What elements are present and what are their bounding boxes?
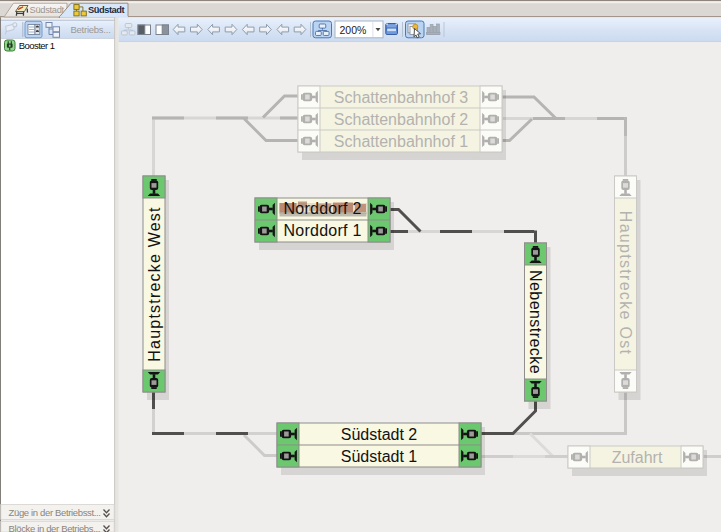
svg-text:Südstadt 1: Südstadt 1 xyxy=(341,448,418,465)
svg-text:Südstadt: Südstadt xyxy=(30,5,65,15)
svg-text:Nebenstrecke: Nebenstrecke xyxy=(527,270,544,374)
svg-text:Blöcke in der Betriebs...: Blöcke in der Betriebs... xyxy=(9,523,101,532)
svg-text:Südstadt 2: Südstadt 2 xyxy=(341,426,418,443)
svg-text:Südstadt: Südstadt xyxy=(88,5,125,15)
svg-text:Zufahrt: Zufahrt xyxy=(612,449,663,466)
svg-text:Hauptstrecke West: Hauptstrecke West xyxy=(146,206,163,361)
svg-text:Booster 1: Booster 1 xyxy=(19,40,55,51)
svg-text:Norddorf 2: Norddorf 2 xyxy=(283,200,361,217)
svg-text:Schattenbahnhof 3: Schattenbahnhof 3 xyxy=(334,89,468,106)
svg-text:Züge in der Betriebsst...: Züge in der Betriebsst... xyxy=(9,507,101,518)
svg-text:Schattenbahnhof 2: Schattenbahnhof 2 xyxy=(334,111,468,128)
svg-text:Hauptstrecke Ost: Hauptstrecke Ost xyxy=(617,211,634,355)
svg-text:Norddorf 1: Norddorf 1 xyxy=(283,222,361,239)
svg-text:200%: 200% xyxy=(340,24,367,36)
svg-text:Schattenbahnhof 1: Schattenbahnhof 1 xyxy=(334,133,468,150)
svg-text:Betriebs...: Betriebs... xyxy=(71,24,111,35)
